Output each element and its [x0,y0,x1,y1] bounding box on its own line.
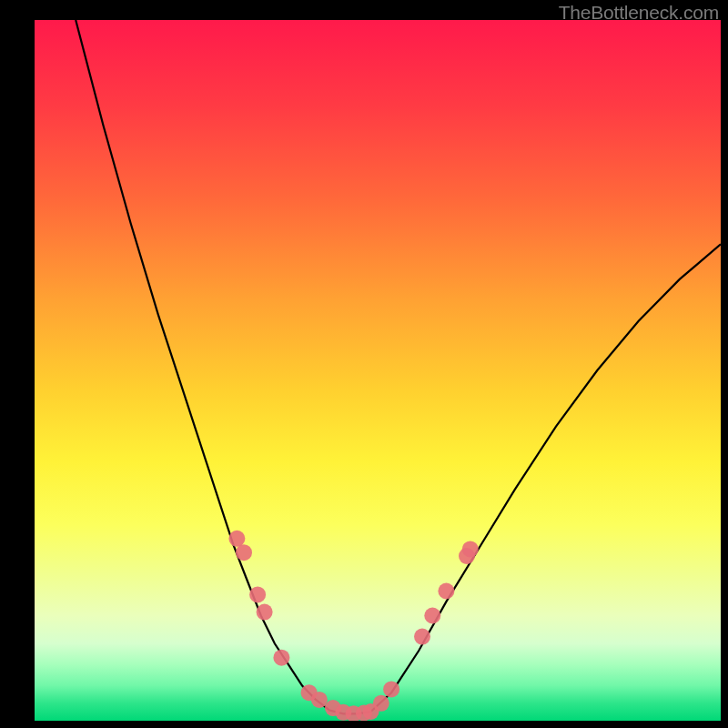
v-curve [76,20,721,713]
marker-dot [228,531,245,547]
curve-markers [228,531,478,721]
marker-dot [249,586,266,602]
marker-dot [459,548,475,564]
marker-dot [438,583,454,600]
marker-dot [257,604,273,621]
marker-dot [414,629,430,645]
marker-dot [325,700,341,716]
plot-area [35,20,721,721]
marker-dot [424,608,440,624]
marker-dot [383,681,399,697]
marker-dot [363,703,379,720]
chart-frame: TheBottleneck.com [0,0,728,728]
marker-dot [356,705,372,722]
marker-dot [373,695,389,712]
marker-dot [236,544,252,561]
marker-dot [346,705,362,721]
marker-dot [335,704,351,721]
marker-dot [462,541,479,557]
curve-svg [35,20,721,721]
bottleneck-curve [76,20,721,713]
marker-dot [273,650,289,666]
marker-dot [301,684,318,701]
marker-dot [311,692,328,708]
